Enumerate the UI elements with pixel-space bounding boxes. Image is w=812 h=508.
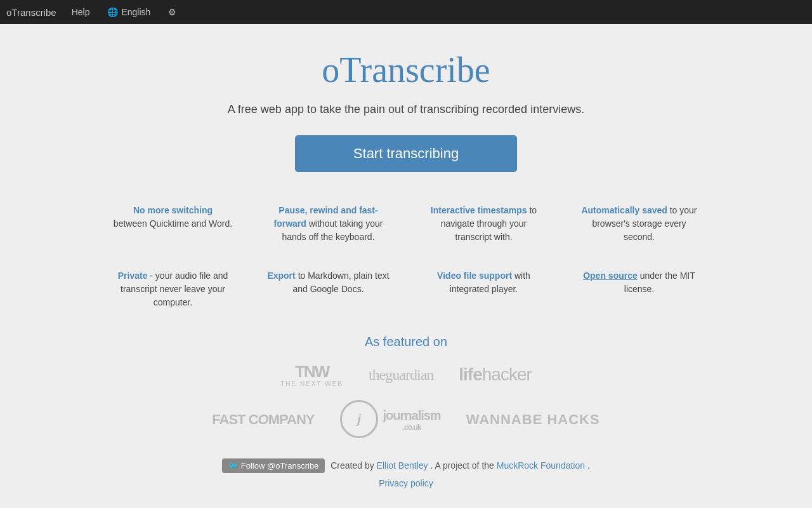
logo-tnw: TNW THE NEXT WEB	[280, 362, 343, 387]
featured-title: As featured on	[102, 335, 710, 349]
main-content: oTranscribe A free web app to take the p…	[89, 24, 723, 508]
journalism-circle-icon: j	[340, 400, 378, 438]
navbar: oTranscribe Help 🌐 English ⚙	[0, 0, 812, 24]
feature-timestamps: Interactive timestamps to navigate throu…	[412, 197, 555, 250]
feature-pause-rewind: Pause, rewind and fast-forward without t…	[257, 197, 400, 250]
logos-row-1: TNW THE NEXT WEB theguardian lifehacker	[102, 362, 710, 387]
journalism-domain: .co.uk	[383, 423, 441, 432]
feature-title-private: Private	[118, 271, 148, 281]
features-grid: No more switching between Quicktime and …	[102, 197, 710, 316]
logo-wannabe-hacks: WANNABE HACKS	[466, 411, 600, 428]
feature-title-autosave: Automatically saved	[581, 205, 667, 215]
globe-icon: 🌐	[107, 7, 118, 17]
feature-title-export: Export	[267, 271, 295, 281]
tagline: A free web app to take the pain out of t…	[102, 103, 710, 116]
author-link[interactable]: Elliot Bentley	[377, 460, 428, 471]
journalism-text: journalism	[383, 408, 441, 423]
app-title: oTranscribe	[102, 50, 710, 90]
footer-main-line: 🐦 Follow @oTranscribe Created by Elliot …	[102, 458, 710, 473]
featured-section: As featured on TNW THE NEXT WEB theguard…	[102, 335, 710, 439]
foundation-link[interactable]: MuckRock Foundation	[497, 460, 585, 471]
feature-title-opensource: Open source	[583, 271, 639, 281]
footer: 🐦 Follow @oTranscribe Created by Elliot …	[102, 458, 710, 501]
logo-fastcompany: FAST COMPANY	[212, 411, 314, 428]
feature-body-export: to Markdown, plain text and Google Docs.	[292, 271, 389, 294]
logo-journalism: j journalism .co.uk	[340, 400, 441, 439]
logo-lifehacker: lifehacker	[459, 364, 532, 385]
project-of-text: . A project of the	[430, 460, 494, 471]
feature-opensource: Open source under the MIT license.	[568, 263, 710, 316]
start-transcribing-button[interactable]: Start transcribing	[295, 135, 517, 172]
feature-title-timestamps: Interactive timestamps	[431, 205, 527, 215]
feature-title-no-switching: No more switching	[133, 205, 213, 215]
feature-body-no-switching: between Quicktime and Word.	[114, 218, 232, 229]
feature-video: Video file support with integrated playe…	[412, 263, 555, 316]
logo-guardian: theguardian	[369, 366, 433, 384]
twitter-icon: 🐦	[228, 461, 239, 471]
nav-brand[interactable]: oTranscribe	[6, 7, 56, 18]
feature-private: Private - your audio file and transcript…	[102, 263, 244, 316]
feature-autosave: Automatically saved to your browser's st…	[568, 197, 710, 250]
logo-tnw-subtitle: THE NEXT WEB	[280, 380, 343, 387]
nav-settings[interactable]: ⚙	[159, 0, 185, 24]
feature-no-switching: No more switching between Quicktime and …	[102, 197, 244, 250]
feature-title-video: Video file support	[437, 271, 512, 281]
period: .	[587, 460, 590, 471]
logos-row-2: FAST COMPANY j journalism .co.uk WANNABE…	[102, 400, 710, 439]
twitter-follow-button[interactable]: 🐦 Follow @oTranscribe	[222, 458, 325, 473]
nav-help[interactable]: Help	[63, 0, 99, 24]
feature-export: Export to Markdown, plain text and Googl…	[257, 263, 400, 316]
nav-language[interactable]: 🌐 English	[98, 0, 159, 24]
privacy-link[interactable]: Privacy policy	[102, 478, 710, 488]
created-by-text: Created by	[331, 460, 374, 471]
